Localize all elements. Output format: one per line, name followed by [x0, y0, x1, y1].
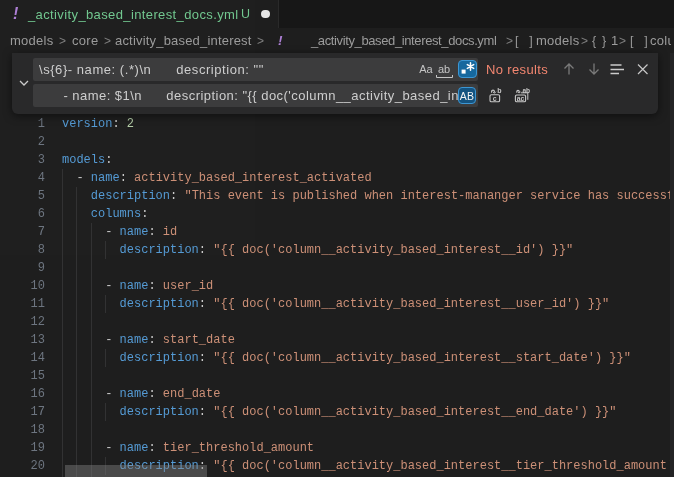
- svg-text:ab: ab: [522, 87, 530, 94]
- svg-text:ac: ac: [517, 95, 525, 102]
- svg-text:c: c: [493, 95, 497, 102]
- svg-text:b: b: [497, 87, 501, 94]
